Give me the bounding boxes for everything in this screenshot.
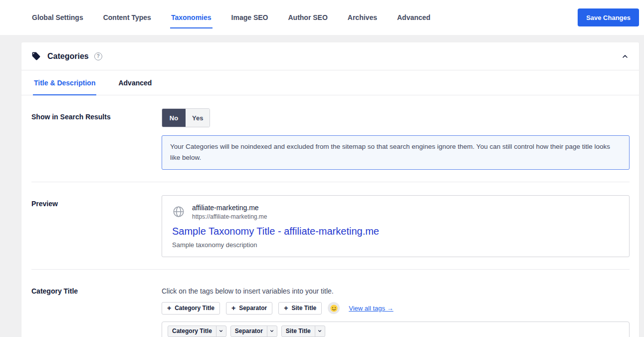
row-preview: Preview affilia	[31, 182, 630, 270]
tag-button-label: Site Title	[291, 305, 316, 312]
row-category-title: Category Title Click on the tags below t…	[31, 270, 630, 337]
plus-icon: +	[231, 305, 235, 312]
globe-icon	[172, 205, 185, 218]
tab-taxonomies[interactable]: Taxonomies	[170, 12, 213, 22]
preview-description: Sample taxonomy description	[172, 241, 619, 249]
row-show-in-search-results: Show in Search Results No Yes Your Categ…	[31, 95, 630, 182]
collapse-card-button[interactable]	[621, 52, 629, 60]
chevron-down-icon[interactable]	[267, 326, 277, 337]
preview-label: Preview	[31, 195, 162, 257]
settings-tabs: Global Settings Content Types Taxonomies…	[31, 0, 431, 35]
subtab-advanced[interactable]: Advanced	[117, 70, 153, 95]
tab-content-types[interactable]: Content Types	[102, 12, 152, 22]
card-title: Categories	[47, 52, 89, 61]
preview-title: Sample Taxonomy Title - affiliate-market…	[172, 226, 619, 237]
subtab-title-description[interactable]: Title & Description	[33, 70, 96, 95]
title-pill-site-title[interactable]: Site Title	[281, 326, 325, 337]
tag-button-label: Category Title	[175, 305, 215, 312]
show-in-search-results-label: Show in Search Results	[31, 108, 162, 170]
pill-label: Separator	[231, 326, 267, 337]
tab-global-settings[interactable]: Global Settings	[31, 12, 84, 22]
serp-preview-box: affiliate-marketing.me https://affiliate…	[162, 195, 630, 257]
chevron-up-icon	[621, 52, 629, 60]
help-icon[interactable]: ?	[94, 52, 102, 60]
pill-label: Site Title	[282, 326, 315, 337]
save-changes-button[interactable]: Save Changes	[578, 8, 639, 26]
tag-button-separator[interactable]: + Separator	[226, 302, 272, 315]
noindex-info-box: Your Categories will be noindexed and ex…	[162, 135, 630, 170]
tab-advanced[interactable]: Advanced	[396, 12, 431, 22]
tag-button-category-title[interactable]: + Category Title	[162, 302, 220, 315]
tag-button-label: Separator	[239, 305, 267, 312]
tags-hint-text: Click on the tags below to insert variab…	[162, 283, 630, 295]
tag-icon	[31, 51, 41, 61]
category-title-label: Category Title	[31, 283, 162, 337]
toggle-yes-button[interactable]: Yes	[186, 109, 210, 127]
emoji-picker-button[interactable]	[328, 302, 340, 314]
title-pill-category-title[interactable]: Category Title	[168, 326, 226, 337]
tag-button-site-title[interactable]: + Site Title	[278, 302, 322, 315]
preview-domain: affiliate-marketing.me	[192, 204, 267, 212]
tab-image-seo[interactable]: Image SEO	[230, 12, 269, 22]
title-format-input[interactable]: Category Title Separator S	[162, 322, 630, 337]
page: Global Settings Content Types Taxonomies…	[0, 0, 644, 337]
top-navigation: Global Settings Content Types Taxonomies…	[0, 0, 644, 35]
categories-card: Categories ? Title & Description Advance…	[21, 42, 639, 337]
smiley-icon	[330, 304, 338, 313]
card-body: Show in Search Results No Yes Your Categ…	[21, 95, 639, 337]
card-header: Categories ?	[21, 42, 639, 70]
plus-icon: +	[284, 305, 288, 312]
toggle-no-button[interactable]: No	[162, 109, 186, 127]
card-subtabs: Title & Description Advanced	[21, 70, 639, 95]
chevron-down-icon[interactable]	[315, 326, 325, 337]
plus-icon: +	[167, 305, 171, 312]
tag-buttons-row: + Category Title + Separator + Site Titl…	[162, 302, 630, 315]
show-in-search-toggle: No Yes	[162, 108, 210, 127]
title-pill-separator[interactable]: Separator	[230, 326, 277, 337]
tab-author-seo[interactable]: Author SEO	[287, 12, 328, 22]
preview-url: https://affiliate-marketing.me	[192, 213, 267, 220]
tab-archives[interactable]: Archives	[347, 12, 378, 22]
pill-label: Category Title	[168, 326, 216, 337]
view-all-tags-link[interactable]: View all tags →	[349, 305, 393, 312]
chevron-down-icon[interactable]	[216, 326, 226, 337]
